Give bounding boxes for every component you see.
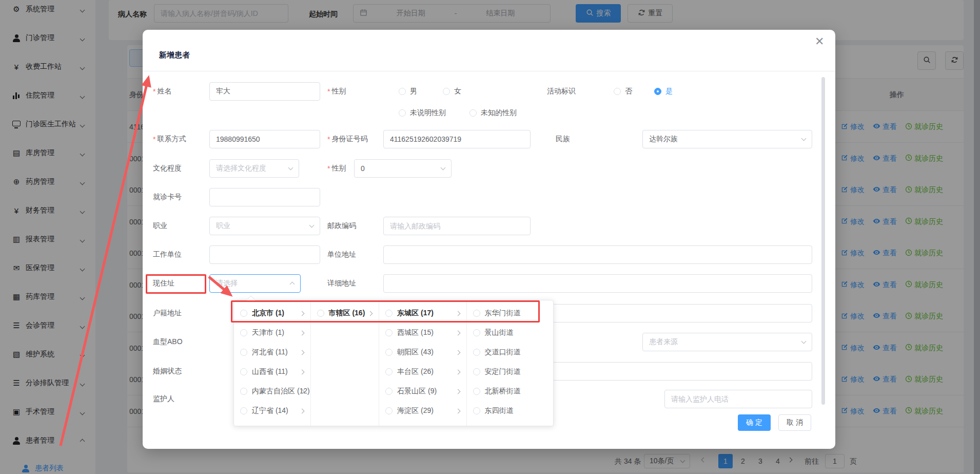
chevron-up-icon [290, 282, 295, 287]
modal-scrollbar[interactable] [821, 77, 825, 405]
radio-icon[interactable] [240, 310, 247, 317]
gender-radio-unknown[interactable]: 未知的性别 [469, 104, 517, 122]
active-flag-radio-no[interactable]: 否 [614, 82, 632, 101]
work-unit-input[interactable] [209, 245, 320, 264]
id-number-input[interactable] [383, 130, 531, 148]
current-address-cascader-select[interactable]: 请选择 [209, 274, 301, 293]
cascader-column: 东城区 (17)西城区 (15)朝阳区 (43)丰台区 (26)石景山区 (9)… [379, 300, 466, 426]
guardian-phone-input[interactable] [664, 390, 812, 408]
close-icon[interactable]: ✕ [815, 36, 824, 47]
cascader-option[interactable]: 西城区 (15) [379, 323, 466, 343]
confirm-button[interactable]: 确 定 [738, 414, 771, 431]
cascader-option[interactable]: 景山街道 [467, 323, 553, 343]
cascader-option[interactable]: 辽宁省 (14) [234, 401, 310, 421]
gender-label: *性别 [327, 82, 346, 101]
postcode-input[interactable] [383, 217, 531, 235]
radio-icon[interactable] [473, 407, 480, 414]
cascader-option[interactable]: 北新桥街道 [467, 382, 553, 401]
cancel-button[interactable]: 取 消 [778, 414, 811, 431]
unit-address-label: 单位地址 [327, 245, 356, 264]
chevron-right-icon [299, 350, 304, 355]
education-select[interactable]: 请选择文化程度 [209, 159, 299, 178]
chevron-right-icon [299, 330, 304, 335]
cascader-option[interactable]: 河北省 (11) [234, 343, 310, 362]
cascader-column: 东华门街道景山街道交道口街道安定门街道北新桥街道东四街道 [466, 300, 553, 426]
phone-input[interactable] [209, 130, 320, 148]
detail-address-label: 详细地址 [327, 274, 356, 293]
radio-icon[interactable] [473, 329, 480, 336]
chevron-right-icon [299, 408, 304, 413]
detail-address-input[interactable] [383, 274, 812, 293]
chevron-right-icon [299, 311, 304, 316]
radio-icon[interactable] [473, 388, 480, 395]
radio-icon[interactable] [240, 368, 247, 375]
cascader-option[interactable]: 市辖区 (16) [311, 304, 379, 323]
phone-label: *联系方式 [153, 130, 186, 148]
gender-radio-male[interactable]: 男 [399, 82, 417, 101]
radio-icon[interactable] [385, 407, 393, 414]
name-input[interactable] [209, 82, 320, 101]
education-label: 文化程度 [153, 159, 182, 178]
cascader-option[interactable]: 丰台区 (26) [379, 362, 466, 382]
gender-code-label: *性别 [327, 159, 346, 178]
cascader-option[interactable]: 朝阳区 (43) [379, 343, 466, 362]
cascader-option[interactable]: 天津市 (1) [234, 323, 310, 343]
marital-status-label: 婚姻状态 [153, 362, 182, 381]
radio-icon[interactable] [317, 310, 324, 317]
active-flag-radio-yes[interactable]: 是 [654, 82, 673, 101]
cascader-column: 北京市 (1)天津市 (1)河北省 (11)山西省 (11)内蒙古自治区 (12… [234, 300, 310, 426]
radio-icon[interactable] [240, 388, 247, 395]
cascader-option[interactable]: 安定门街道 [467, 362, 553, 382]
chevron-right-icon [455, 350, 460, 355]
cascader-option[interactable]: 内蒙古自治区 (12) [234, 382, 310, 401]
cascader-option[interactable]: 石景山区 (9) [379, 382, 466, 401]
blood-type-label: 血型ABO [153, 333, 183, 351]
gender-radio-unstated[interactable]: 未说明性别 [399, 104, 446, 122]
radio-icon[interactable] [240, 329, 247, 336]
radio-icon[interactable] [240, 349, 247, 356]
cascader-option[interactable]: 交道口街道 [467, 343, 553, 362]
dialog-header-divider [143, 71, 835, 71]
radio-icon[interactable] [473, 368, 480, 375]
chevron-right-icon [455, 311, 460, 316]
cascader-option[interactable]: 北京市 (1) [234, 304, 310, 323]
ethnic-select[interactable]: 达斡尔族 [642, 130, 812, 148]
registered-address-label: 户籍地址 [153, 304, 182, 323]
unit-address-input[interactable] [383, 245, 812, 264]
chevron-right-icon [455, 369, 460, 374]
chevron-right-icon [299, 369, 304, 374]
radio-icon[interactable] [385, 329, 393, 336]
address-cascader-dropdown: 北京市 (1)天津市 (1)河北省 (11)山西省 (11)内蒙古自治区 (12… [233, 300, 554, 426]
radio-icon[interactable] [385, 349, 393, 356]
visit-card-input[interactable] [209, 188, 320, 206]
cascader-option[interactable]: 海淀区 (29) [379, 401, 466, 421]
active-flag-label: 活动标识 [547, 82, 576, 101]
chevron-right-icon [455, 408, 460, 413]
dialog-title: 新增患者 [159, 50, 190, 60]
cascader-option[interactable]: 山西省 (11) [234, 362, 310, 382]
radio-icon[interactable] [473, 349, 480, 356]
chevron-right-icon [455, 389, 460, 394]
name-label: *姓名 [153, 82, 171, 101]
visit-card-label: 就诊卡号 [153, 188, 182, 206]
occupation-label: 职业 [153, 217, 167, 235]
id-number-label: *身份证号码 [327, 130, 367, 148]
radio-icon[interactable] [385, 388, 393, 395]
app-root: 病人名称 起始时间 开始日期 - 结束日期 搜索 重置 + 新增 身份证号 操作… [0, 0, 980, 474]
radio-icon[interactable] [473, 310, 480, 317]
guardian-label: 监护人 [153, 390, 174, 408]
ethnic-label: 民族 [556, 130, 570, 148]
cascader-option[interactable]: 东华门街道 [467, 304, 553, 323]
cascader-option[interactable]: 东四街道 [467, 401, 553, 421]
postcode-label: 邮政编码 [327, 217, 356, 235]
work-unit-label: 工作单位 [153, 245, 182, 264]
occupation-select[interactable]: 职业 [209, 217, 320, 235]
cascader-option[interactable]: 东城区 (17) [379, 304, 466, 323]
patient-source-select[interactable]: 患者来源 [642, 333, 812, 351]
gender-code-select[interactable]: 0 [354, 159, 452, 178]
cascader-column: 市辖区 (16) [310, 300, 379, 426]
gender-radio-female[interactable]: 女 [443, 82, 461, 101]
radio-icon[interactable] [385, 310, 393, 317]
radio-icon[interactable] [240, 407, 247, 414]
radio-icon[interactable] [385, 368, 393, 375]
